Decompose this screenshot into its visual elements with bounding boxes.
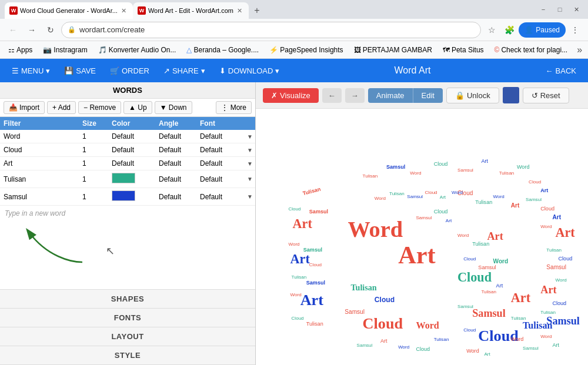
svg-text:Cloud: Cloud [559,256,573,262]
reset-button[interactable]: ↺ Reset [523,88,569,103]
add-button[interactable]: + Add [47,101,76,114]
size-cell[interactable]: 1 [79,157,108,170]
menu-button[interactable]: ☰ MENU ▾ [6,64,56,78]
color-cell[interactable]: Default [108,143,155,156]
angle-cell[interactable]: Default [155,157,196,170]
word-cell[interactable]: Word [0,130,79,143]
font-cell[interactable]: Default [196,190,243,203]
svg-text:Art: Art [552,214,561,220]
word-cell[interactable]: Samsul [0,190,79,203]
bookmark-checktext[interactable]: © Check text for plagi... [491,45,572,55]
unlock-button[interactable]: 🔒 Unlock [446,88,499,103]
svg-text:Samsul: Samsul [472,307,506,319]
row-expand-arrow[interactable]: ▼ [243,191,255,202]
bookmark-pagespeed[interactable]: ⚡ PageSpeed Insights [266,45,346,55]
up-button[interactable]: ▲ Up [123,101,152,114]
remove-button[interactable]: − Remove [78,101,121,114]
new-tab-button[interactable]: + [249,2,265,19]
color-cell[interactable] [108,170,155,187]
profile-paused-button[interactable]: 👤 Paused [519,22,566,38]
animate-button[interactable]: Animate [368,88,413,103]
row-expand-arrow[interactable]: ▼ [243,145,255,156]
back-button[interactable]: ← [5,22,21,38]
save-button[interactable]: 💾 SAVE [58,64,102,78]
bookmark-button[interactable]: ☆ [483,22,500,38]
bookmark-apps[interactable]: ⚏ Apps [5,45,36,55]
style-header[interactable]: STYLE [0,346,255,364]
svg-text:Tulisan: Tulisan [363,173,378,179]
color-picker-button[interactable] [503,87,519,103]
word-cell[interactable]: Cloud [0,143,79,156]
row-expand-arrow[interactable]: ▼ [243,158,255,169]
size-cell[interactable]: 1 [79,190,108,203]
font-cell[interactable]: Default [196,173,243,186]
close-button[interactable]: ✕ [569,2,583,16]
profile-icon: 👤 [524,26,533,34]
down-button[interactable]: ▼ Down [155,101,192,114]
tab-1-close[interactable]: ✕ [120,6,128,15]
size-cell[interactable]: 1 [79,173,108,186]
word-cell[interactable]: Art [0,157,79,170]
fonts-header[interactable]: FONTS [0,309,255,327]
angle-cell[interactable]: Default [155,143,196,156]
nav-bar: ← → ↻ 🔒 wordart.com/create ☆ 🧩 👤 Paused … [0,19,588,41]
color-cell[interactable]: Default [108,130,155,143]
svg-text:Art: Art [300,292,324,309]
address-bar[interactable]: 🔒 wordart.com/create [61,22,481,38]
pagespeed-icon: ⚡ [269,46,278,54]
font-cell[interactable]: Default [196,143,243,156]
redo-button[interactable]: → [345,88,365,103]
edit-button[interactable]: Edit [413,88,443,103]
font-cell[interactable]: Default [196,130,243,143]
bookmark-beranda[interactable]: △ Beranda – Google.... [183,45,262,55]
more-button[interactable]: ⋮ More [216,101,252,114]
font-cell[interactable]: Default [196,157,243,170]
refresh-button[interactable]: ↻ [42,22,59,38]
size-cell[interactable]: 1 [79,130,108,143]
svg-text:Tulisan: Tulisan [302,186,322,197]
bookmark-konverter[interactable]: 🎵 Konverter Audio On... [95,45,180,55]
row-expand-arrow[interactable]: ▼ [243,173,255,185]
tab-2-close[interactable]: ✕ [236,6,244,15]
bookmark-peta[interactable]: 🗺 Peta Situs [439,45,487,55]
layout-header[interactable]: LAYOUT [0,327,255,346]
svg-text:Word: Word [493,194,505,199]
angle-cell[interactable]: Default [155,190,196,203]
extensions-button[interactable]: 🧩 [501,22,517,38]
chrome-menu-button[interactable]: ⋮ [567,22,583,38]
svg-text:Art: Art [511,290,531,305]
svg-text:Samsul: Samsul [523,346,539,351]
share-label: SHARE [172,66,199,75]
order-button[interactable]: 🛒 ORDER [104,64,155,78]
minimize-button[interactable]: − [536,2,550,16]
maximize-button[interactable]: □ [553,2,567,16]
svg-text:Samsul: Samsul [407,194,423,199]
undo-button[interactable]: ← [322,88,342,103]
checktext-label: Check text for plagi... [501,46,567,54]
bookmarks-more-button[interactable]: » [574,45,584,55]
cursor-icon: ↖ [106,245,115,257]
svg-text:Tulisan: Tulisan [350,283,376,292]
share-button[interactable]: ↗ SHARE ▾ [158,64,211,78]
import-button[interactable]: 📥 Import [4,101,45,114]
forward-button[interactable]: → [24,22,40,38]
angle-cell[interactable]: Default [155,173,196,186]
size-cell[interactable]: 1 [79,143,108,156]
color-cell[interactable] [108,188,155,205]
tab-1[interactable]: W Word Cloud Generator - WordAr... ✕ [5,2,133,19]
back-button[interactable]: ← BACK [540,64,582,78]
font-header: Font [196,117,243,130]
shapes-header[interactable]: SHAPES [0,290,255,308]
color-cell[interactable]: Default [108,157,155,170]
fonts-section: FONTS [0,309,255,327]
tab-2[interactable]: W Word Art - Edit - WordArt.com ✕ [133,2,249,19]
visualize-button[interactable]: ✗ Visualize [263,88,319,103]
bookmark-instagram[interactable]: 📷 Instragram [39,45,91,55]
new-word-input[interactable]: Type in a new word [0,206,255,221]
row-expand-arrow[interactable]: ▼ [243,131,255,142]
svg-text:Art: Art [496,283,503,289]
word-cell[interactable]: Tulisan [0,173,79,186]
bookmark-pertajam[interactable]: 🖼 PERTAJAM GAMBAR [350,45,436,55]
download-button[interactable]: ⬇ DOWNLOAD ▾ [213,64,286,78]
angle-cell[interactable]: Default [155,130,196,143]
